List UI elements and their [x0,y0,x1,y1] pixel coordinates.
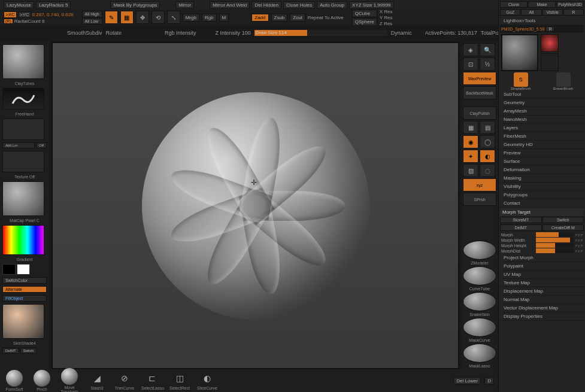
off-button[interactable]: Off [36,142,47,148]
delhidden-button[interactable]: Del Hidden [251,1,281,9]
rgbintensity-label[interactable]: Rgb Intensity [165,30,196,36]
zsub-button[interactable]: Zsub [271,14,288,22]
secondary-color-swatch[interactable] [17,264,30,275]
dynamic-label[interactable]: Dynamic [391,30,412,36]
tool-r-button[interactable]: R [545,26,554,32]
section-texture-map[interactable]: Texture Map [500,279,584,287]
creatediff-button[interactable]: CreateDiff M [542,224,584,231]
maskcurve-orb[interactable] [463,318,496,337]
brush-formsoft[interactable]: FormSoft [4,370,25,391]
gradient-label[interactable]: Gradient [2,257,47,262]
brush-move topologic[interactable]: Move Topologic [59,368,80,393]
section-vector-displacement-map[interactable]: Vector Displacement Map [500,304,584,312]
slider-morphdist[interactable]: MorphDistx y z [500,248,584,253]
xpose-icon[interactable]: ✦ [463,150,478,163]
qcube-button[interactable]: QCube [352,10,377,17]
mirrorweld-button[interactable]: Mirror And Weld [210,1,250,9]
slider-morph-height[interactable]: Morph Heightx y z [500,243,584,248]
snakeskin-orb[interactable] [463,292,496,311]
section-polypaint[interactable]: Polypaint [500,262,584,271]
color-picker[interactable] [2,225,44,255]
section-normal-map[interactable]: Normal Map [500,296,584,304]
simplebrush-icon[interactable]: S [514,72,528,87]
slider-morph-width[interactable]: Morph Widthx y z [500,238,584,242]
brush-selectlasso[interactable]: ⊏SelectLasso [141,371,163,390]
make-button[interactable]: Make [528,1,556,8]
zadd-button[interactable]: Zadd [251,14,268,22]
mesh-sphere[interactable]: ✛ [142,92,369,320]
tool-preview[interactable] [501,34,538,71]
persp-icon[interactable]: ◈ [463,43,478,56]
main-color-swatch[interactable] [2,264,16,275]
xc-button[interactable]: >XC [4,11,17,18]
section-deformation[interactable]: Deformation [500,166,584,174]
brush-slicecurve[interactable]: ◐SliceCurve [196,371,218,390]
switch2-button[interactable]: Switch [542,217,584,223]
backface-button[interactable]: BackfaceMask [463,86,496,99]
local-icon[interactable]: ◉ [463,135,478,148]
solo-icon[interactable]: ◐ [480,150,495,163]
section-masking[interactable]: Masking [500,174,584,183]
ghost-icon[interactable]: ◌ [480,164,495,177]
visible-button[interactable]: Visible [542,9,563,16]
r-toggle[interactable]: (R) [4,19,13,24]
projectmorph-button[interactable]: Project Morph [500,254,584,262]
xres-label[interactable]: X Res [380,9,393,14]
section-preview[interactable]: Preview [500,149,584,157]
lightbox-link[interactable]: Lightbox>Tools [500,17,584,25]
fillobject-button[interactable]: FillObject [2,295,47,302]
alpha-thumbnail[interactable] [2,118,44,140]
stroke-thumbnail[interactable] [2,88,44,110]
brush-slash3[interactable]: ◢Slash3 [86,371,108,390]
section-geometry[interactable]: Geometry [500,99,584,107]
lazyradius-button[interactable]: LazyRadius 5 [36,1,71,9]
section-uv-map[interactable]: UV Map [500,271,584,279]
section-fibermesh[interactable]: FiberMesh [500,132,584,141]
section-subtool[interactable]: SubTool [500,90,584,99]
zcut-button[interactable]: Zcut [290,14,305,22]
zmodeler-orb[interactable] [463,241,496,260]
mirror-button[interactable]: Mirror [175,1,194,9]
waxpreview-button[interactable]: WaxPreview [463,72,496,85]
section-layers[interactable]: Layers [500,124,584,132]
dellower-button[interactable]: Del Lower [453,377,481,385]
frame-icon[interactable]: ◯ [480,135,495,148]
yres-label[interactable]: Y Res [380,15,393,20]
mrgb-button[interactable]: Mrgb [183,14,199,22]
aahalf-icon[interactable]: ½ [480,57,495,71]
edit-mode-icon[interactable]: ✎ [105,11,118,24]
eraserbrush-icon[interactable] [556,72,571,87]
yc-button[interactable]: >YC [18,11,31,18]
claypolish-button[interactable]: ClayPolish [463,107,496,120]
drawsize-slider[interactable]: Draw Size 114 [254,30,387,36]
section-surface[interactable]: Surface [500,157,584,166]
section-polygroups[interactable]: Polygroups [500,191,584,199]
skinshade-thumbnail[interactable] [2,304,44,339]
m-button[interactable]: M [219,14,229,22]
delmt-button[interactable]: DelMT [2,348,19,354]
alt-tool-1[interactable] [541,34,559,52]
floor-icon[interactable]: ▤ [480,121,495,134]
polyf-icon[interactable]: ▨ [463,164,478,177]
alllow-button[interactable]: All Low [82,18,102,25]
rgb-button[interactable]: Rgb [202,14,217,22]
r-button[interactable]: R [563,9,584,16]
texture-thumbnail[interactable] [2,151,44,172]
persp2-icon[interactable]: ▦ [463,121,478,134]
brush-pinch[interactable]: Pinch [31,370,53,391]
section-geometry-hd[interactable]: Geometry HD [500,141,584,149]
curvetube-orb[interactable] [463,266,496,285]
section-displacement-map[interactable]: Displacement Map [500,287,584,296]
section-arraymesh[interactable]: ArrayMesh [500,107,584,116]
draw-mode-icon[interactable]: ▦ [120,11,134,24]
scale-icon[interactable]: ⤡ [167,11,180,24]
smoothsubdiv-label[interactable]: SmoothSubdiv [67,30,102,36]
section-nanomesh[interactable]: NanoMesh [500,116,584,124]
morphtarget-header[interactable]: Morph Target [500,208,584,216]
move-icon[interactable]: ✥ [136,11,149,24]
closeholes-button[interactable]: Close Holes [283,1,315,9]
allhigh-button[interactable]: All High [82,11,102,17]
tool-name[interactable]: PM3D_Sphere3D_5.58 [501,27,544,31]
autogroup-button[interactable]: Auto Group [317,1,347,9]
xyz-button[interactable]: xyz [463,178,496,192]
